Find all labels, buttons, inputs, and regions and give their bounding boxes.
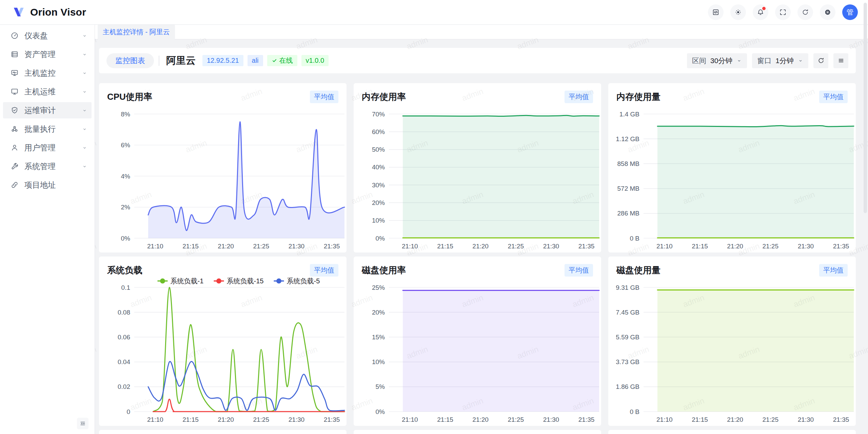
sidebar-item-dashboard[interactable]: 仪表盘 (3, 27, 92, 44)
sidebar-item-audit[interactable]: 运维审计 (3, 102, 92, 118)
chevron-down-icon (736, 58, 742, 63)
svg-text:21:30: 21:30 (543, 243, 559, 250)
sidebar-item-host-ops[interactable]: 主机运维 (3, 83, 92, 100)
content: 监控图表 阿里云 12.92.5.21ali在线v1.0.0 区间 30分钟 窗… (95, 39, 868, 434)
svg-text:21:10: 21:10 (147, 416, 163, 423)
svg-text:5%: 5% (376, 383, 385, 390)
aggregation-badge[interactable]: 平均值 (310, 264, 338, 277)
svg-text:21:35: 21:35 (578, 243, 595, 250)
aggregation-badge[interactable]: 平均值 (565, 91, 593, 103)
svg-text:21:20: 21:20 (727, 243, 743, 250)
svg-text:21:25: 21:25 (762, 416, 778, 423)
svg-text:10%: 10% (372, 358, 385, 365)
host-monitor-icon (11, 69, 19, 77)
chevron-down-icon (82, 33, 87, 39)
code-button[interactable] (708, 4, 724, 20)
chart-title: CPU使用率 (107, 91, 152, 103)
chart-card-header: 系统负载平均值 (99, 264, 347, 276)
aggregation-badge[interactable]: 平均值 (565, 264, 593, 277)
svg-text:21:30: 21:30 (289, 416, 305, 423)
svg-text:3.73 GB: 3.73 GB (616, 358, 639, 365)
sidebar-item-batch[interactable]: 批量执行 (3, 121, 92, 137)
chart-card-1: 内存使用率平均值0%10%20%30%40%50%60%70%21:1021:1… (354, 83, 601, 252)
svg-text:21:20: 21:20 (472, 243, 489, 250)
host-tag: v1.0.0 (301, 55, 329, 66)
svg-text:21:20: 21:20 (218, 243, 234, 250)
window-select[interactable]: 窗口 1分钟 (752, 53, 808, 68)
svg-text:0%: 0% (376, 408, 385, 415)
chart-card-header: 磁盘使用量平均值 (608, 264, 856, 276)
svg-text:21:15: 21:15 (437, 243, 453, 250)
svg-text:0.06: 0.06 (118, 334, 130, 341)
theme-button[interactable] (730, 4, 746, 20)
aggregation-badge[interactable]: 平均值 (819, 264, 848, 277)
host-tag: ali (248, 55, 263, 66)
sidebar-item-label: 仪表盘 (24, 31, 82, 41)
sidebar-item-label: 用户管理 (24, 143, 82, 153)
svg-text:0 B: 0 B (630, 235, 639, 242)
chart-area: 0%5%10%15%20%25%21:1021:1521:2021:2521:3… (354, 278, 601, 424)
svg-text:21:25: 21:25 (253, 416, 269, 423)
svg-text:21:35: 21:35 (833, 416, 849, 423)
chart-card-header: 内存使用率平均值 (354, 91, 601, 103)
chart-card-stub (608, 430, 856, 434)
sidebar-item-host-monitor[interactable]: 主机监控 (3, 65, 92, 81)
svg-text:0%: 0% (121, 235, 131, 242)
refresh-button[interactable] (797, 4, 813, 20)
sidebar-item-users[interactable]: 用户管理 (3, 139, 92, 156)
chart-layout-button[interactable] (833, 53, 848, 68)
svg-text:15%: 15% (372, 334, 385, 341)
avatar[interactable]: 管 (842, 4, 858, 20)
chart-area: 0 B286 MB572 MB858 MB1.12 GB1.4 GB21:102… (608, 104, 856, 251)
window-label: 窗口 (757, 56, 771, 65)
chart-area: 0%2%4%6%8%21:1021:1521:2021:2521:3021:35 (99, 104, 347, 251)
fullscreen-button[interactable] (775, 4, 791, 20)
svg-text:21:15: 21:15 (182, 416, 199, 423)
svg-text:21:30: 21:30 (289, 243, 305, 250)
svg-text:25%: 25% (372, 284, 385, 291)
svg-text:21:25: 21:25 (762, 243, 778, 250)
host-info: 监控图表 阿里云 12.92.5.21ali在线v1.0.0 (106, 53, 329, 68)
sidebar-item-assets[interactable]: 资产管理 (3, 46, 92, 62)
chart-plot: 00.020.040.060.080.121:1021:1521:2021:25… (99, 278, 347, 424)
refresh-charts-button[interactable] (813, 53, 828, 68)
sidebar-item-label: 运维审计 (24, 105, 82, 116)
svg-text:21:15: 21:15 (182, 243, 199, 250)
notifications-button[interactable] (753, 4, 768, 20)
breadcrumb-tab[interactable]: 主机监控详情 - 阿里云 (98, 25, 175, 39)
host-name: 阿里云 (166, 54, 196, 68)
svg-text:20%: 20% (372, 309, 385, 316)
assets-icon (11, 50, 19, 58)
system-icon (11, 162, 19, 170)
divider (159, 56, 159, 66)
settings-button[interactable] (820, 4, 835, 20)
chart-title: 内存使用率 (362, 91, 406, 103)
sidebar-item-link[interactable]: 项目地址 (3, 177, 92, 193)
sidebar-item-system[interactable]: 系统管理 (3, 158, 92, 174)
svg-text:7.45 GB: 7.45 GB (616, 309, 639, 316)
chevron-down-icon (82, 108, 87, 113)
aggregation-badge[interactable]: 平均值 (819, 91, 848, 103)
chevron-down-icon (82, 164, 87, 169)
aggregation-badge[interactable]: 平均值 (310, 91, 338, 103)
chevron-down-icon (82, 89, 87, 95)
chevron-down-icon (82, 145, 87, 151)
svg-text:21:10: 21:10 (402, 416, 418, 423)
code-square-icon (712, 8, 719, 16)
chevron-down-icon (82, 52, 87, 57)
svg-text:8%: 8% (121, 111, 131, 118)
chart-title: 系统负载 (107, 264, 142, 276)
check-icon (272, 58, 277, 63)
svg-text:286 MB: 286 MB (617, 210, 639, 217)
scrollbar-thumb[interactable] (864, 3, 867, 213)
svg-text:10%: 10% (372, 217, 385, 224)
svg-text:21:20: 21:20 (472, 416, 489, 423)
host-toolbar: 监控图表 阿里云 12.92.5.21ali在线v1.0.0 区间 30分钟 窗… (99, 48, 856, 73)
tab-monitor-charts[interactable]: 监控图表 (106, 53, 154, 68)
interval-select[interactable]: 区间 30分钟 (687, 53, 747, 68)
sidebar-item-label: 资产管理 (24, 49, 82, 60)
sidebar-collapse-button[interactable] (77, 418, 88, 429)
batch-icon (11, 125, 19, 133)
svg-text:1.12 GB: 1.12 GB (616, 135, 639, 143)
svg-text:21:25: 21:25 (253, 243, 269, 250)
